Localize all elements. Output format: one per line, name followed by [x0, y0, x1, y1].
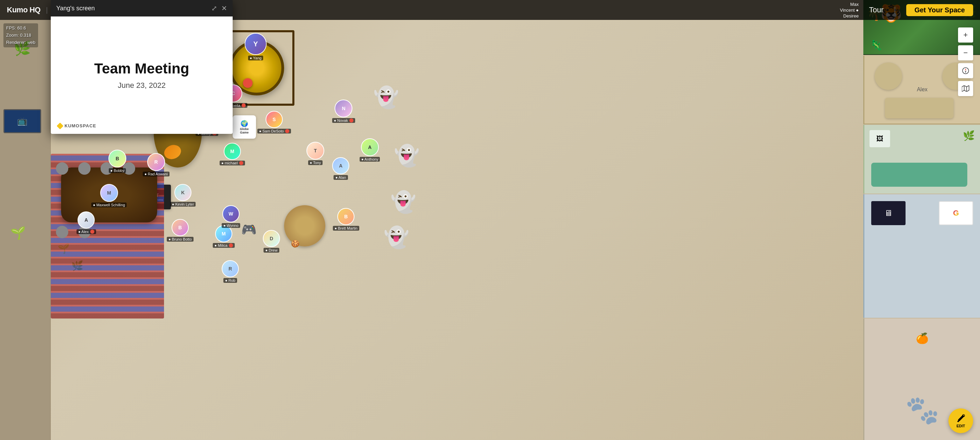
popup-header: Yang's screen ⤢ ✕: [51, 0, 233, 16]
alex-room-label: Alex: [917, 86, 928, 92]
nav-separator: |: [894, 5, 896, 14]
cat-paw-rug: 🐾: [905, 394, 940, 426]
screen-thumb-room3[interactable]: 🖥: [871, 201, 905, 225]
avatar-yang[interactable]: Y ● Yang: [245, 33, 267, 61]
food-decor: 🍪: [291, 239, 299, 248]
sidebar-decor: 🌿 🌱: [0, 20, 51, 440]
compass-south: [965, 71, 966, 73]
avatar-label-anthony: ● Anthony: [360, 157, 380, 162]
avatar-label-alan: ● Alan: [334, 175, 348, 180]
avatar-rad[interactable]: R ● Rad Aswani: [143, 153, 170, 176]
avatar-label-bruno: ● Bruno Botto: [167, 237, 194, 242]
tour-link[interactable]: Tour: [869, 5, 884, 14]
avatar-tony[interactable]: T ● Tony: [306, 142, 324, 165]
room-3: 🖥 G: [863, 194, 980, 318]
nav-divider: |: [46, 6, 48, 14]
close-icon[interactable]: ✕: [221, 4, 227, 12]
avatar-label-rad: ● Rad Aswani: [143, 172, 170, 176]
avatar-label-kevin: ● Kevin Lyter: [170, 202, 196, 207]
green-sofa: [871, 163, 967, 187]
map-view-button[interactable]: [958, 81, 973, 96]
avatar-alan[interactable]: A ● Alan: [332, 157, 349, 180]
avatar-label-milica: ● Milica: [213, 243, 235, 248]
avatar-michael[interactable]: M ● michael: [220, 143, 245, 166]
compass-north: [965, 68, 966, 71]
user-badge-desiree: Desiree: [843, 13, 859, 19]
avatar-bobby[interactable]: B ● Bobby: [108, 150, 126, 173]
right-nav: Max Vincent ● Desiree Tour | Get Your Sp…: [840, 2, 973, 19]
compass-button[interactable]: [958, 63, 973, 78]
ghost-avatar-4: 👻: [383, 225, 409, 250]
expand-icon[interactable]: ⤢: [212, 4, 217, 12]
avatar-label-drew: ● Drew: [264, 248, 279, 253]
zoom-out-button[interactable]: −: [958, 45, 973, 61]
popup-title: Yang's screen: [56, 5, 95, 12]
left-wall-screen[interactable]: 📺: [3, 109, 41, 133]
avatar-label-brett: ● Brett Martin: [333, 226, 359, 231]
chair-5: [56, 226, 68, 238]
game-table: [284, 205, 325, 246]
zoom-in-button[interactable]: +: [958, 27, 973, 43]
screen-share-popup: Yang's screen ⤢ ✕ Team Meeting June 23, …: [51, 0, 233, 134]
chair-1: [56, 163, 68, 175]
fps-info: FPS: 60.6: [6, 25, 35, 32]
user-badge-max: Max: [850, 2, 859, 7]
avatar-label-alex-p: ● Alex: [76, 229, 96, 234]
ghost-avatar-3: 👻: [390, 190, 416, 214]
avatar-anthony[interactable]: A ● Anthony: [360, 138, 380, 162]
globe-game-object[interactable]: 🌍 GlobeGame: [233, 115, 256, 139]
slide-date: June 23, 2022: [118, 81, 165, 90]
left-panel: 🌿 🌱 📺: [0, 20, 51, 440]
room-2: 🌿 🖼: [863, 125, 980, 194]
bench-1: [885, 98, 954, 118]
avatar-label-rob: ● Rob: [223, 278, 237, 283]
avatar-label-sam: ● Sam DeSoto: [257, 129, 291, 134]
google-logo: G: [953, 209, 959, 218]
edit-label: EDIT: [956, 424, 965, 428]
map-controls: + −: [958, 27, 973, 96]
user-badges-area: Max Vincent ● Desiree: [840, 2, 859, 19]
get-space-button[interactable]: Get Your Space: [906, 4, 973, 16]
avatar-brett[interactable]: B ● Brett Martin: [333, 208, 359, 231]
slide-title: Team Meeting: [94, 61, 189, 77]
avatar-label-tony: ● Tony: [308, 160, 323, 165]
avatar-alex-p[interactable]: A ● Alex: [76, 211, 96, 234]
map-icon: [962, 86, 969, 92]
avatar-milica[interactable]: M ● Milica: [213, 225, 235, 248]
avatar-kevin[interactable]: K ● Kevin Lyter: [170, 184, 196, 207]
avatar-drew[interactable]: D ● Drew: [263, 230, 280, 253]
avatar-wynno[interactable]: W ● Wynno: [222, 205, 240, 228]
wall-art: 🖼: [870, 130, 890, 147]
wrench-icon: [956, 414, 966, 423]
edit-button[interactable]: EDIT: [948, 408, 973, 433]
user-badge-vincent: Vincent ●: [840, 8, 859, 13]
avatar-novak[interactable]: N ● Novak: [332, 99, 355, 123]
avatar-label-wynno: ● Wynno: [222, 223, 240, 228]
slide-logo: KUMOSPACE: [58, 123, 96, 128]
fruit-bowl: 🍊: [916, 332, 929, 344]
avatar-sam[interactable]: S ● Sam DeSoto: [257, 111, 291, 134]
brand-name: Kumo HQ: [7, 5, 40, 14]
avatar-bruno[interactable]: B ● Bruno Botto: [167, 219, 194, 242]
popup-controls: ⤢ ✕: [212, 4, 227, 12]
compass-icon: [962, 67, 969, 75]
avatar-rob[interactable]: R ● Rob: [222, 260, 239, 283]
slide-logo-text: KUMOSPACE: [65, 123, 96, 128]
chair-2: [78, 163, 91, 175]
google-doc-thumb[interactable]: G: [939, 201, 973, 225]
avatar-label-bobby: ● Bobby: [109, 168, 126, 173]
avatar-label-novak: ● Novak: [332, 118, 355, 123]
slide-logo-diamond-icon: [57, 123, 64, 129]
avatar-label-yang: ● Yang: [248, 56, 263, 61]
debug-info: FPS: 60.6 Zoom: 0.318 Renderer: web: [3, 23, 38, 47]
gameboy-icon: 🎮: [241, 222, 257, 237]
renderer-info: Renderer: web: [6, 39, 35, 46]
ghost-avatar-1: 👻: [373, 85, 399, 110]
avatar-label-michael: ● michael: [220, 161, 245, 166]
avatar-maxwell[interactable]: M ● Maxwell Schilling: [91, 184, 127, 207]
zoom-info: Zoom: 0.318: [6, 32, 35, 39]
ghost-avatar-2: 👻: [394, 143, 420, 168]
avatar-label-maxwell: ● Maxwell Schilling: [91, 202, 127, 207]
chair-round-1: [875, 62, 902, 90]
svg-marker-1: [962, 86, 969, 92]
